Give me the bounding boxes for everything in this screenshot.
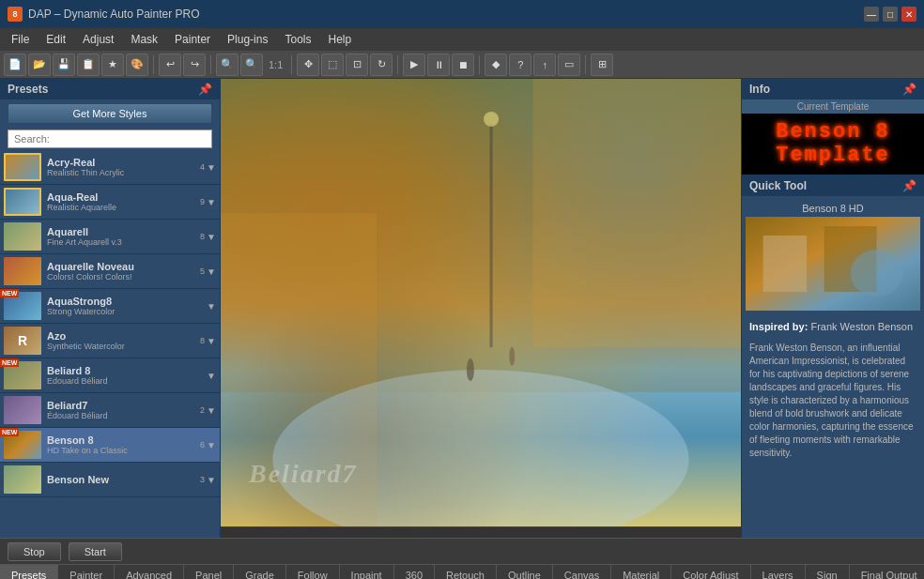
upload-button[interactable]: ↑	[533, 53, 556, 76]
select-tool[interactable]: ⬚	[321, 53, 344, 76]
list-item[interactable]: Aqua-RealRealistic Aquarelle9▼	[0, 185, 220, 220]
get-more-styles-button[interactable]: Get More Styles	[8, 103, 212, 124]
info-title: Info	[749, 83, 770, 96]
menu-item-painter[interactable]: Painter	[167, 31, 218, 48]
undo-button[interactable]: ↩	[159, 53, 181, 76]
tab-grade[interactable]: Grade	[234, 565, 286, 579]
list-item[interactable]: Benson New3▼	[0, 463, 220, 497]
list-item[interactable]: RAzoSynthetic Watercolor8▼	[0, 324, 220, 358]
tab-painter[interactable]: Painter	[58, 565, 115, 579]
preset-number: 5	[200, 267, 205, 276]
preset-subtitle: Synthetic Watercolor	[47, 342, 196, 351]
star-button[interactable]: ★	[101, 53, 124, 76]
preset-subtitle: Realistic Aquarelle	[47, 203, 196, 212]
style-button[interactable]: 🎨	[126, 53, 148, 76]
tab-layers[interactable]: Layers	[751, 565, 806, 579]
menu-item-tools[interactable]: Tools	[277, 31, 318, 48]
tab-retouch[interactable]: Retouch	[435, 565, 497, 579]
help-button[interactable]: ?	[509, 53, 531, 76]
tab-presets[interactable]: Presets	[0, 565, 58, 579]
quick-tool-header: Quick Tool 📌	[742, 175, 924, 196]
move-tool[interactable]: ✥	[297, 53, 319, 76]
separator-3	[291, 55, 292, 74]
save-as-button[interactable]: 📋	[77, 53, 100, 76]
close-button[interactable]: ✕	[901, 7, 916, 22]
menu-item-adjust[interactable]: Adjust	[75, 31, 121, 48]
preset-number: 3	[200, 475, 205, 484]
presets-list: Acry-RealRealistic Thin Acrylic4▼Aqua-Re…	[0, 150, 220, 538]
preset-expand-icon[interactable]: ▼	[207, 301, 216, 312]
tab-material[interactable]: Material	[611, 565, 671, 579]
list-item[interactable]: AquarellFine Art Aquarell v.38▼	[0, 220, 220, 254]
tab-panel[interactable]: Panel	[184, 565, 234, 579]
zoom-out-button[interactable]: 🔍	[240, 53, 263, 76]
menu-item-mask[interactable]: Mask	[123, 31, 165, 48]
svg-point-11	[851, 250, 903, 297]
menu-item-file[interactable]: File	[4, 31, 37, 48]
play-button[interactable]: ▶	[403, 53, 425, 76]
preset-info: Benson New	[47, 474, 196, 485]
preset-subtitle: Fine Art Aquarell v.3	[47, 237, 196, 247]
maximize-button[interactable]: □	[883, 7, 898, 22]
preset-expand-icon[interactable]: ▼	[207, 371, 216, 381]
preset-info: AzoSynthetic Watercolor	[47, 330, 196, 351]
menu-item-plug-ins[interactable]: Plug-ins	[220, 31, 275, 48]
menu-item-edit[interactable]: Edit	[38, 31, 73, 48]
preset-subtitle: Strong Watercolor	[47, 307, 201, 316]
list-item[interactable]: Acry-RealRealistic Thin Acrylic4▼	[0, 150, 220, 185]
stop2-button[interactable]: ⏹	[452, 53, 474, 76]
preset-number: 2	[200, 405, 205, 415]
list-item[interactable]: Beliard7Édouard Béliard2▼	[0, 393, 220, 428]
description-text: Frank Weston Benson, an influential Amer…	[746, 338, 920, 464]
preset-expand-icon[interactable]: ▼	[207, 232, 216, 242]
stop-button[interactable]: Stop	[8, 542, 61, 561]
svg-point-6	[467, 358, 474, 381]
preset-expand-icon[interactable]: ▼	[207, 405, 216, 416]
open-button[interactable]: 📂	[28, 53, 51, 76]
list-item[interactable]: AquaStrong8Strong Watercolor▼	[0, 289, 220, 324]
tab-color-adjust[interactable]: Color Adjust	[671, 565, 750, 579]
preset-expand-icon[interactable]: ▼	[207, 336, 216, 346]
tab-advanced[interactable]: Advanced	[115, 565, 184, 579]
list-item[interactable]: Beliard 8Edouard Béliard▼	[0, 358, 220, 393]
magic-button[interactable]: ◆	[485, 53, 507, 76]
tab-canvas[interactable]: Canvas	[553, 565, 611, 579]
preset-name: Aquarelle Noveau	[47, 261, 196, 272]
preset-thumbnail	[4, 431, 41, 459]
preset-expand-icon[interactable]: ▼	[207, 162, 216, 173]
save-button[interactable]: 💾	[53, 53, 75, 76]
preset-expand-icon[interactable]: ▼	[207, 475, 216, 485]
rotate-tool[interactable]: ↻	[370, 53, 393, 76]
search-input[interactable]	[8, 130, 212, 148]
tab-sign[interactable]: Sign	[806, 565, 850, 579]
zoom-in-button[interactable]: 🔍	[216, 53, 239, 76]
preset-subtitle: Edouard Béliard	[47, 376, 201, 386]
preset-number: 4	[200, 162, 205, 172]
new-button[interactable]: 📄	[4, 53, 26, 76]
display-button[interactable]: ⊞	[591, 53, 613, 76]
preset-expand-icon[interactable]: ▼	[207, 197, 216, 207]
separator-4	[397, 55, 398, 74]
list-item[interactable]: Benson 8HD Take on a Classic6▼	[0, 428, 220, 463]
menu-item-help[interactable]: Help	[320, 31, 359, 48]
tab-outline[interactable]: Outline	[497, 565, 553, 579]
canvas-button[interactable]: ▭	[558, 53, 580, 76]
tab-360[interactable]: 360	[394, 565, 435, 579]
separator-6	[585, 55, 586, 74]
crop-tool[interactable]: ⊡	[346, 53, 368, 76]
inspired-by-value: Frank Weston Benson	[810, 321, 913, 332]
tab-final-output[interactable]: Final Output	[850, 565, 924, 579]
start-button[interactable]: Start	[69, 542, 122, 561]
preset-expand-icon[interactable]: ▼	[207, 440, 216, 450]
list-item[interactable]: Aquarelle NoveauColors! Colors! Colors!5…	[0, 254, 220, 289]
toolbar: 📄 📂 💾 📋 ★ 🎨 ↩ ↪ 🔍 🔍 1:1 ✥ ⬚ ⊡ ↻ ▶ ⏸ ⏹ ◆ …	[0, 51, 924, 79]
tab-inpaint[interactable]: Inpaint	[340, 565, 394, 579]
tab-follow[interactable]: Follow	[286, 565, 340, 579]
preset-expand-icon[interactable]: ▼	[207, 267, 216, 277]
stop-button[interactable]: ⏸	[427, 53, 450, 76]
redo-button[interactable]: ↪	[183, 53, 206, 76]
preset-subtitle: Édouard Béliard	[47, 411, 196, 420]
minimize-button[interactable]: —	[864, 7, 879, 22]
preset-thumbnail	[4, 465, 41, 494]
horizontal-scrollbar[interactable]	[221, 526, 741, 538]
